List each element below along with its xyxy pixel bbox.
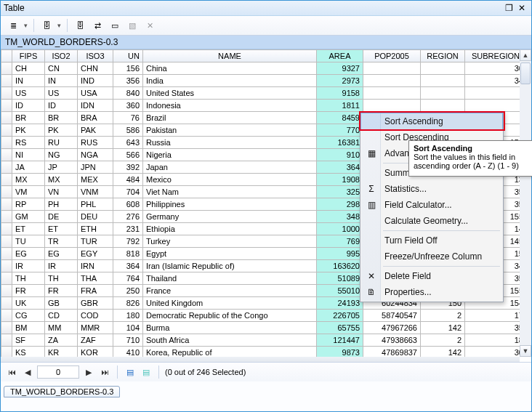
switch-selection-icon[interactable]: ⇄ xyxy=(89,17,105,33)
cell-un: 484 xyxy=(113,174,143,186)
cell-fips: ET xyxy=(12,223,45,235)
row-selector[interactable] xyxy=(1,285,12,297)
row-selector[interactable] xyxy=(1,75,12,87)
table-options-icon[interactable]: ≣ xyxy=(5,17,21,33)
col-un[interactable]: UN xyxy=(113,50,143,62)
row-selector[interactable] xyxy=(1,100,12,112)
cell-area: 995 xyxy=(317,248,363,260)
menu-item-freeze-unfreeze-column[interactable]: Freeze/Unfreeze Column xyxy=(361,249,502,264)
menu-item-statistics[interactable]: ΣStatistics... xyxy=(361,181,502,197)
chevron-down-icon[interactable]: ▾ xyxy=(56,22,63,29)
menu-item-calculate-geometry[interactable]: Calculate Geometry... xyxy=(361,213,502,229)
cell-un: 76 xyxy=(113,112,143,124)
cell-area: 121447 xyxy=(317,334,363,347)
cell-un: 826 xyxy=(113,297,143,310)
col-iso3[interactable]: ISO3 xyxy=(78,50,113,62)
row-selector[interactable] xyxy=(1,260,12,272)
cell-fips: UK xyxy=(12,297,45,310)
cell-iso2: IR xyxy=(45,260,78,272)
col-area[interactable]: AREA xyxy=(317,50,363,62)
cell-fips: BR xyxy=(12,112,45,124)
col-iso2[interactable]: ISO2 xyxy=(45,50,78,62)
table-row[interactable]: CGCDCOD180Democratic Republic of the Con… xyxy=(1,310,520,322)
vertical-scrollbar[interactable]: ▲ ▼ xyxy=(520,49,531,357)
chevron-up-icon: ▲ xyxy=(523,52,529,59)
last-record-button[interactable]: ⏭ xyxy=(98,365,111,379)
scroll-track[interactable] xyxy=(520,61,531,345)
cell-area: 298 xyxy=(317,198,363,211)
row-selector[interactable] xyxy=(1,235,12,248)
table-row[interactable]: KSKRKOR410Korea, Republic of987347869837… xyxy=(1,347,520,358)
row-selector[interactable] xyxy=(1,334,12,347)
menu-item-field-calculator[interactable]: ▥Field Calculator... xyxy=(361,197,502,213)
cell-name: Mexico xyxy=(143,174,317,186)
row-selector[interactable] xyxy=(1,124,12,137)
row-selector[interactable] xyxy=(1,174,12,186)
row-selector[interactable] xyxy=(1,186,12,198)
chevron-down-icon[interactable]: ▾ xyxy=(23,22,29,29)
menu-item-delete-field[interactable]: ✕Delete Field xyxy=(361,268,502,284)
row-selector[interactable] xyxy=(1,161,12,174)
cell-region: 142 xyxy=(421,322,465,334)
table-row[interactable]: IDIDIDN360Indonesia1811 xyxy=(1,100,520,112)
delete-selected-icon[interactable]: ✕ xyxy=(142,17,158,33)
menu-item-properties[interactable]: 🗎Properties... xyxy=(361,284,502,300)
cell-iso3: FRA xyxy=(78,285,113,297)
zoom-selected-icon[interactable]: ▧ xyxy=(124,17,140,33)
horizontal-scrollbar[interactable] xyxy=(1,357,520,362)
layer-tab[interactable]: TM_WORLD_BORDERS-0.3 xyxy=(4,386,120,397)
col-region[interactable]: REGION xyxy=(421,50,465,62)
row-selector[interactable] xyxy=(1,62,12,75)
record-number-input[interactable]: 0 xyxy=(37,365,79,379)
cell-fips: RS xyxy=(12,137,45,149)
show-all-records-button[interactable]: ▤ xyxy=(124,365,137,379)
restore-down-button[interactable]: ❐ xyxy=(502,3,515,13)
cell-un: 704 xyxy=(113,186,143,198)
prev-record-button[interactable]: ◀ xyxy=(21,365,34,379)
related-tables-icon[interactable]: 🗄 xyxy=(39,17,55,33)
row-selector[interactable] xyxy=(1,322,12,334)
menu-item-turn-field-off[interactable]: Turn Field Off xyxy=(361,233,502,249)
row-selector[interactable] xyxy=(1,112,12,124)
show-selected-records-button[interactable]: ▤ xyxy=(140,365,153,379)
cell-un: 356 xyxy=(113,75,143,87)
clear-selection-icon[interactable]: ▭ xyxy=(107,17,123,33)
row-selector[interactable] xyxy=(1,87,12,100)
scroll-thumb[interactable] xyxy=(520,62,531,84)
table-row[interactable]: SFZAZAF710South Africa12144747938663218 xyxy=(1,334,520,347)
first-record-button[interactable]: ⏮ xyxy=(5,365,18,379)
row-selector[interactable] xyxy=(1,137,12,149)
col-fips[interactable]: FIPS xyxy=(12,50,45,62)
menu-item-sort-ascending[interactable]: Sort Ascending xyxy=(361,113,502,129)
row-selector[interactable] xyxy=(1,297,12,310)
row-selector[interactable] xyxy=(1,272,12,285)
cell-area: 51089 xyxy=(317,272,363,285)
scroll-up-button[interactable]: ▲ xyxy=(520,49,531,61)
close-button[interactable]: ✕ xyxy=(515,3,528,13)
row-selector[interactable] xyxy=(1,223,12,235)
row-selector[interactable] xyxy=(1,198,12,211)
row-selector[interactable] xyxy=(1,211,12,223)
cell-name: Iran (Islamic Republic of) xyxy=(143,260,317,272)
table-row[interactable]: CHCNCHN156China932730 xyxy=(1,62,520,75)
cell-iso3: ZAF xyxy=(78,334,113,347)
select-by-attributes-icon[interactable]: 🗄 xyxy=(72,17,88,33)
col-pop[interactable]: POP2005 xyxy=(363,50,421,62)
table-row[interactable]: BMMMMMR104Burma657554796726614235 xyxy=(1,322,520,334)
row-header-col[interactable] xyxy=(1,50,12,62)
cell-fips: TU xyxy=(12,235,45,248)
table-row[interactable]: USUSUSA840United States9158 xyxy=(1,87,520,100)
row-selector[interactable] xyxy=(1,310,12,322)
row-selector[interactable] xyxy=(1,347,12,358)
menu-item-icon: ▦ xyxy=(365,148,378,158)
scroll-down-button[interactable]: ▼ xyxy=(520,345,531,357)
table-row[interactable]: INININD356India297334 xyxy=(1,75,520,87)
col-subregion[interactable]: SUBREGION xyxy=(465,50,520,62)
row-selector[interactable] xyxy=(1,248,12,260)
next-record-button[interactable]: ▶ xyxy=(82,365,95,379)
col-name[interactable]: NAME xyxy=(143,50,317,62)
row-selector[interactable] xyxy=(1,149,12,161)
cell-name: Russia xyxy=(143,137,317,149)
cell-iso3: USA xyxy=(78,87,113,100)
cell-pop xyxy=(363,87,421,100)
